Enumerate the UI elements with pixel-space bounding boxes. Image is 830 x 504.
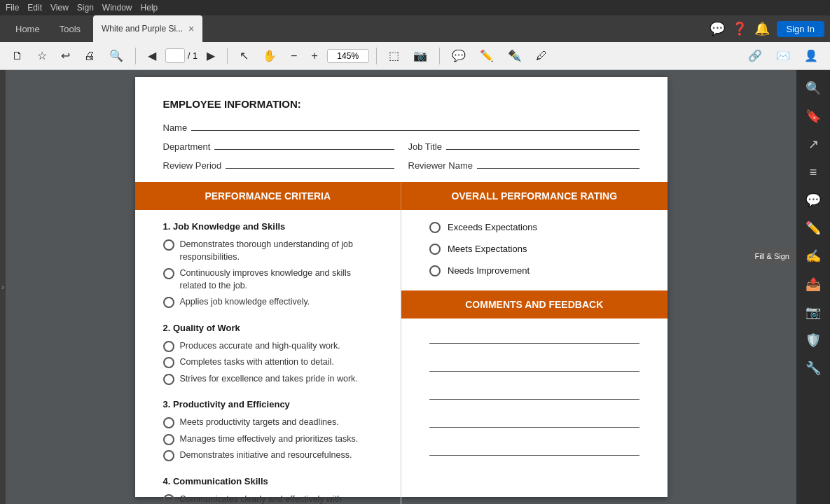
tab-home[interactable]: Home <box>6 15 50 42</box>
comment-line-3[interactable] <box>429 386 639 400</box>
sign-in-button[interactable]: Sign In <box>777 21 824 37</box>
scroll-area: EMPLOYEE INFORMATION: Name Department <box>6 70 796 504</box>
criteria-title-2: 2. Quality of Work <box>163 323 373 333</box>
department-line[interactable] <box>214 139 394 150</box>
meets-label: Meets Expectations <box>448 244 527 254</box>
sidebar-scan-icon[interactable]: 📷 <box>801 300 826 325</box>
review-period-field: Review Period <box>163 158 394 171</box>
radio-2-1[interactable] <box>163 341 174 352</box>
criteria-item-2-3: Strives for excellence and takes pride i… <box>163 373 373 386</box>
menu-help[interactable]: Help <box>141 3 158 13</box>
comment-line-4[interactable] <box>429 414 639 428</box>
email-button[interactable]: ✉️ <box>771 46 795 66</box>
radio-2-2[interactable] <box>163 357 174 368</box>
review-period-line[interactable] <box>226 158 394 169</box>
selection-mode-button[interactable]: ⬚ <box>384 46 404 66</box>
zoom-level[interactable]: 145% <box>327 49 369 63</box>
comment-line-1[interactable] <box>429 330 639 344</box>
radio-3-1[interactable] <box>163 417 174 428</box>
sidebar-shield-icon[interactable]: 🛡️ <box>801 328 826 353</box>
radio-1-1[interactable] <box>163 239 174 251</box>
select-tool[interactable]: ↖ <box>235 46 254 66</box>
zoom-in-button[interactable]: + <box>306 46 322 66</box>
section-name-4: Communication Skills <box>173 476 268 486</box>
name-row: Name <box>163 120 639 133</box>
sidebar-tools-icon[interactable]: 🔧 <box>801 356 826 381</box>
toolbar: 🗋 ☆ ↩ 🖨 🔍 ◀ 1 / 1 ▶ ↖ ✋ − + 145% ⬚ 📷 💬 ✏… <box>0 42 830 70</box>
overall-rating-header: OVERALL PERFORMANCE RATING <box>401 182 668 210</box>
criteria-item-3-3: Demonstrates initiative and resourcefuln… <box>163 449 373 462</box>
comment-line-2[interactable] <box>429 358 639 372</box>
back-button[interactable]: ↩ <box>56 46 75 66</box>
criteria-item-2-1: Produces accurate and high-quality work. <box>163 340 373 353</box>
separator-1 <box>135 48 136 64</box>
sidebar-export-icon[interactable]: 📤 <box>801 272 826 297</box>
criteria-text-3-1: Meets productivity targets and deadlines… <box>180 416 339 429</box>
sign-button[interactable]: 🖊 <box>531 46 552 66</box>
comment-line-5[interactable] <box>429 442 639 456</box>
notification-icon[interactable]: 🔔 <box>754 21 770 36</box>
name-line[interactable] <box>191 120 639 131</box>
menu-file[interactable]: File <box>6 3 19 13</box>
radio-3-3[interactable] <box>163 450 174 461</box>
sidebar-layers-icon[interactable]: ≡ <box>801 160 826 185</box>
zoom-out-button[interactable]: − <box>286 46 302 66</box>
review-period-label: Review Period <box>163 160 222 171</box>
radio-2-3[interactable] <box>163 374 174 385</box>
sidebar-search-icon[interactable]: 🔍 <box>801 76 826 101</box>
job-title-line[interactable] <box>446 139 639 150</box>
radio-3-2[interactable] <box>163 434 174 445</box>
page-total: 1 <box>193 51 198 61</box>
section-name-1: Job Knowledge and Skills <box>173 221 285 232</box>
section-num-2: 2. <box>163 323 171 333</box>
tab-bar-right: 💬 ❓ 🔔 Sign In <box>710 21 824 37</box>
page-number-input[interactable]: 1 <box>165 48 185 63</box>
section-num-4: 4. <box>163 476 171 486</box>
tab-close-button[interactable]: × <box>188 23 194 34</box>
menu-view[interactable]: View <box>50 3 69 13</box>
new-button[interactable]: 🗋 <box>7 46 28 66</box>
reviewer-name-line[interactable] <box>477 158 639 169</box>
user-button[interactable]: 👤 <box>799 46 823 66</box>
next-page-button[interactable]: ▶ <box>202 46 220 66</box>
snapshot-button[interactable]: 📷 <box>408 46 432 66</box>
tab-document[interactable]: White and Purple Si... × <box>93 15 202 42</box>
two-column-layout: 1. Job Knowledge and Skills Demonstrates… <box>135 210 668 504</box>
criteria-item-3-1: Meets productivity targets and deadlines… <box>163 416 373 429</box>
print-button[interactable]: 🖨 <box>79 46 100 66</box>
needs-label: Needs Improvement <box>448 265 530 276</box>
main-area: › EMPLOYEE INFORMATION: Name <box>0 70 830 504</box>
sidebar-edit-icon[interactable]: ✏️ <box>801 216 826 241</box>
menu-sign[interactable]: Sign <box>77 3 94 13</box>
review-reviewer-row: Review Period Reviewer Name <box>163 158 639 171</box>
prev-page-button[interactable]: ◀ <box>143 46 161 66</box>
hand-tool[interactable]: ✋ <box>258 46 282 66</box>
radio-4-1[interactable] <box>163 494 174 505</box>
comment-icon[interactable]: 💬 <box>710 21 725 36</box>
sidebar-share-icon[interactable]: ↗ <box>801 132 826 157</box>
pdf-viewer[interactable]: EMPLOYEE INFORMATION: Name Department <box>6 70 796 504</box>
bookmark-button[interactable]: ☆ <box>32 46 52 66</box>
sidebar-fill-sign-icon[interactable]: ✍️ Fill & Sign <box>801 244 826 269</box>
radio-1-3[interactable] <box>163 297 174 308</box>
radio-1-2[interactable] <box>163 268 174 279</box>
share-link-button[interactable]: 🔗 <box>743 46 767 66</box>
highlight-button[interactable]: ✏️ <box>475 46 499 66</box>
criteria-title-1: 1. Job Knowledge and Skills <box>163 221 373 232</box>
sidebar-comment-icon[interactable]: 💬 <box>801 188 826 213</box>
menu-window[interactable]: Window <box>102 3 132 13</box>
separator-3 <box>376 48 377 64</box>
radio-needs[interactable] <box>429 265 441 276</box>
radio-exceeds[interactable] <box>429 222 441 233</box>
tab-tools[interactable]: Tools <box>50 15 90 42</box>
sidebar-bookmark-icon[interactable]: 🔖 <box>801 104 826 129</box>
search-button[interactable]: 🔍 <box>104 46 128 66</box>
comment-button[interactable]: 💬 <box>447 46 471 66</box>
radio-meets[interactable] <box>429 244 441 255</box>
help-icon[interactable]: ❓ <box>732 21 747 36</box>
criteria-item-2-2: Completes tasks with attention to detail… <box>163 356 373 369</box>
section-name-2: Quality of Work <box>173 323 240 333</box>
menu-edit[interactable]: Edit <box>27 3 42 13</box>
left-panel-handle[interactable]: › <box>0 70 6 504</box>
draw-button[interactable]: ✒️ <box>503 46 527 66</box>
